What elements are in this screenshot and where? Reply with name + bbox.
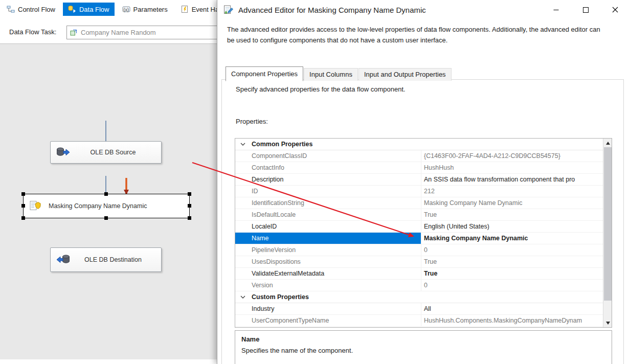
close-icon (612, 7, 618, 13)
property-value: HushHush.Components.MaskingCompanyNameDy… (421, 315, 603, 326)
property-name: Version (235, 280, 421, 291)
window-controls (541, 0, 630, 19)
property-value: All (421, 303, 603, 314)
property-name: PipelineVersion (235, 244, 421, 256)
property-description-panel: Name Specifies the name of the component… (235, 330, 612, 364)
component-label: OLE DB Destination (70, 256, 161, 263)
property-row[interactable]: Version 0 (235, 280, 603, 291)
control-flow-icon (7, 5, 15, 13)
scroll-down-button[interactable] (603, 318, 612, 327)
task-icon (70, 29, 77, 36)
selection-handle[interactable] (21, 192, 25, 196)
property-name: Name (235, 233, 421, 244)
tab-label: Event Handl (192, 6, 217, 13)
ole-db-destination-icon (56, 254, 70, 265)
minimize-icon (553, 7, 559, 13)
property-value: Masking Company Name Dynamic (421, 233, 603, 244)
advanced-editor-icon (223, 5, 234, 15)
property-row[interactable]: UserComponentTypeName HushHush.Component… (235, 315, 603, 327)
property-grid-rows: Common Properties ComponentClassID {C146… (235, 139, 603, 327)
tab-input-output-properties[interactable]: Input and Output Properties (358, 68, 452, 81)
group-label: Custom Properties (235, 291, 309, 303)
property-row[interactable]: ComponentClassID {C1463F00-2FAF-4AD4-A21… (235, 150, 603, 162)
group-custom-properties[interactable]: Custom Properties (235, 291, 603, 303)
component-ole-db-destination[interactable]: OLE DB Destination (50, 247, 162, 272)
group-label: Common Properties (235, 139, 312, 150)
property-row[interactable]: ValidateExternalMetadata True (235, 268, 603, 280)
property-row[interactable]: IsDefaultLocale True (235, 209, 603, 221)
property-row[interactable]: ContactInfo HushHush (235, 162, 603, 174)
property-name: ContactInfo (235, 162, 421, 173)
property-row-name-selected[interactable]: Name Masking Company Name Dynamic (235, 233, 603, 244)
selection-handle[interactable] (21, 204, 25, 208)
minimize-button[interactable] (541, 0, 571, 19)
property-name: UserComponentTypeName (235, 315, 421, 326)
property-row[interactable]: Description An SSIS data flow transforma… (235, 174, 603, 186)
property-row[interactable]: Industry All (235, 303, 603, 315)
selection-handle[interactable] (21, 216, 25, 220)
property-name: Description (235, 174, 421, 185)
tab-input-columns[interactable]: Input Columns (304, 68, 358, 81)
property-name: ComponentClassID (235, 150, 421, 162)
selection-handle[interactable] (104, 216, 108, 220)
property-value: English (United States) (421, 221, 603, 232)
tab-component-properties[interactable]: Component Properties (226, 66, 303, 81)
property-value: 0 (421, 244, 603, 256)
component-label: Masking Company Name Dynamic (49, 202, 147, 210)
chevron-down-icon (240, 143, 245, 146)
dialog-titlebar[interactable]: Advanced Editor for Masking Company Name… (217, 0, 630, 19)
advanced-editor-dialog: Advanced Editor for Masking Company Name… (217, 0, 630, 364)
arrow-down-icon (606, 322, 610, 325)
property-value: 212 (421, 186, 603, 197)
arrow-up-icon (606, 142, 610, 145)
property-row[interactable]: ID 212 (235, 186, 603, 197)
parameters-icon: (x) (122, 5, 130, 13)
data-flow-task-label: Data Flow Task: (9, 28, 56, 36)
scroll-up-button[interactable] (603, 139, 612, 147)
selection-handle[interactable] (104, 192, 108, 196)
selection-handle[interactable] (188, 204, 191, 208)
tab-parameters[interactable]: (x) Parameters (117, 3, 173, 16)
property-row[interactable]: UsesDispositions True (235, 256, 603, 268)
property-name: UsesDispositions (235, 256, 421, 267)
tab-label: Control Flow (18, 6, 55, 13)
property-name: Industry (235, 303, 421, 314)
property-description-text: Specifies the name of the component. (241, 347, 605, 354)
tab-control-flow[interactable]: Control Flow (2, 3, 60, 16)
maximize-button[interactable] (571, 0, 600, 19)
property-row[interactable]: IdentificationString Masking Company Nam… (235, 197, 603, 209)
component-label: OLE DB Source (70, 149, 161, 156)
property-description-title: Name (241, 335, 605, 343)
group-common-properties[interactable]: Common Properties (235, 139, 603, 150)
component-ole-db-source[interactable]: OLE DB Source (50, 141, 162, 164)
component-masking-company-name-dynamic[interactable]: Masking Company Name Dynamic (23, 194, 190, 218)
data-flow-task-row: Data Flow Task: Company Name Random (0, 24, 217, 41)
data-flow-task-combo[interactable]: Company Name Random (66, 26, 217, 39)
tab-label: Parameters (133, 6, 168, 13)
scrollbar-thumb[interactable] (604, 147, 612, 301)
selection-handle[interactable] (188, 192, 191, 196)
property-value: True (421, 268, 603, 279)
tab-data-flow[interactable]: Data Flow (63, 3, 115, 16)
property-row[interactable]: LocaleID English (United States) (235, 221, 603, 233)
properties-label: Properties: (236, 118, 268, 125)
grid-scrollbar[interactable] (603, 139, 612, 327)
property-row[interactable]: PipelineVersion 0 (235, 244, 603, 256)
dataflow-designer: Control Flow Data Flow (x) Parameters Ev… (0, 0, 217, 364)
dialog-description: The advanced editor provides access to t… (227, 25, 601, 46)
dialog-title: Advanced Editor for Masking Company Name… (238, 6, 426, 14)
property-name: LocaleID (235, 221, 421, 232)
tab-event-handlers[interactable]: Event Handl (175, 3, 217, 16)
property-value: 0 (421, 280, 603, 291)
event-handlers-icon (181, 5, 189, 13)
property-name: IdentificationString (235, 197, 421, 209)
design-surface[interactable]: OLE DB Source Masking Company Name Dynam… (0, 43, 217, 359)
property-value: Masking Company Name Dynamic (421, 197, 603, 209)
selection-handle[interactable] (188, 216, 191, 220)
property-value: {C1463F00-2FAF-4AD4-A212-C9D9CCB54575} (421, 150, 603, 162)
close-button[interactable] (600, 0, 630, 19)
property-value: True (421, 256, 603, 267)
property-name: ID (235, 186, 421, 197)
property-value: True (421, 209, 603, 220)
property-value: An SSIS data flow transformation compone… (421, 174, 603, 185)
